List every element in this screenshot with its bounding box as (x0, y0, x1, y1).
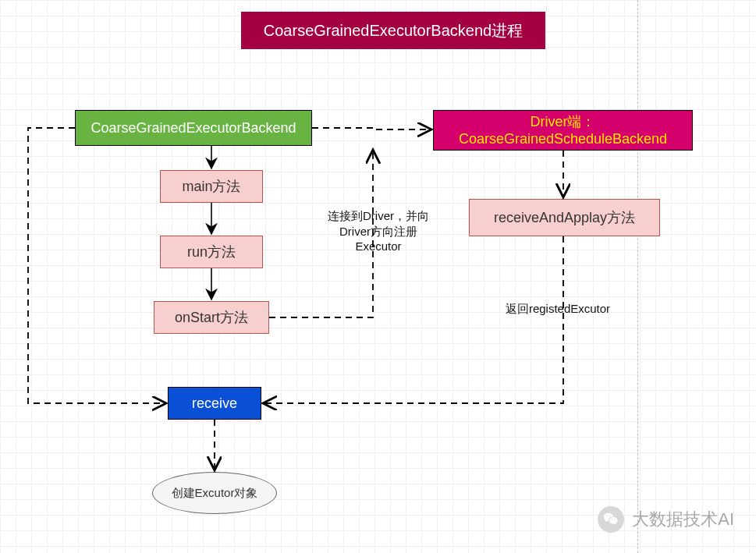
driver-side-label: Driver端： CoarseGrainedScheduleBackend (459, 113, 667, 148)
receive-and-apply-label: receiveAndApplay方法 (494, 209, 635, 227)
title-box: CoarseGrainedExecutorBackend进程 (241, 12, 545, 49)
onstart-method-box: onStart方法 (154, 301, 269, 334)
main-method-box: main方法 (160, 170, 263, 203)
receive-box: receive (168, 387, 261, 420)
run-method-box: run方法 (160, 236, 263, 268)
return-registed-label: 返回registedExcutor (480, 301, 636, 317)
title-text: CoarseGrainedExecutorBackend进程 (264, 21, 523, 41)
driver-side-box: Driver端： CoarseGrainedScheduleBackend (433, 110, 693, 151)
main-method-label: main方法 (182, 178, 240, 196)
edges (0, 0, 756, 553)
receive-label: receive (192, 395, 237, 413)
executor-backend-box: CoarseGrainedExecutorBackend (75, 110, 312, 146)
page-boundary (637, 0, 638, 553)
create-executor-label: 创建Excutor对象 (172, 486, 258, 501)
watermark: 大数据技术AI (598, 506, 734, 533)
receive-and-apply-box: receiveAndApplay方法 (469, 199, 660, 236)
wechat-icon (598, 506, 624, 533)
run-method-label: run方法 (187, 243, 236, 261)
create-executor-ellipse: 创建Excutor对象 (152, 472, 277, 514)
watermark-text: 大数据技术AI (632, 508, 734, 531)
onstart-method-label: onStart方法 (175, 309, 248, 327)
executor-backend-label: CoarseGrainedExecutorBackend (91, 119, 296, 137)
connect-register-label: 连接到Driver，并向 Driver方向注册 Executor (308, 208, 449, 254)
